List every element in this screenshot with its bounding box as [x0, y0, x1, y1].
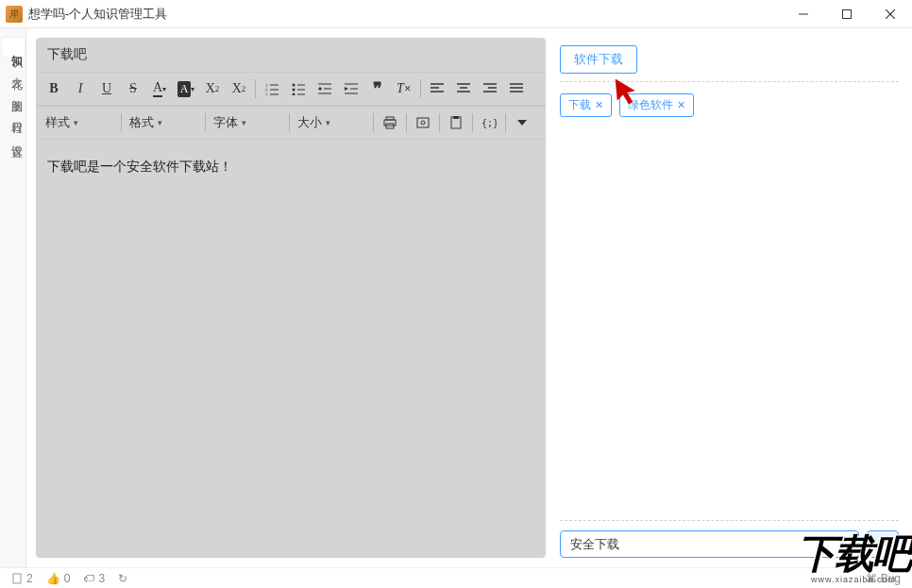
tag-remove-icon[interactable]: ✕ [595, 99, 603, 111]
tag-label: 下载 [568, 97, 591, 113]
align-left-button[interactable] [425, 76, 449, 101]
svg-point-41 [421, 121, 425, 125]
ordered-list-button[interactable]: 123 [260, 76, 284, 101]
size-select[interactable]: 大小 [294, 110, 369, 135]
tag-item[interactable]: 下载 ✕ [560, 93, 612, 117]
print-button[interactable] [378, 110, 402, 135]
separator [121, 113, 122, 132]
separator [205, 113, 206, 132]
sidebar-item-schedule[interactable]: 日程 [2, 106, 25, 125]
superscript-button[interactable]: X2 [227, 76, 251, 101]
title-bar: 岸 想学吗-个人知识管理工具 [0, 0, 912, 28]
tag-remove-icon[interactable]: ✕ [677, 99, 685, 111]
status-refresh[interactable]: ↻ [118, 572, 127, 585]
status-bug-label: Bug [881, 572, 901, 585]
app-icon: 岸 [6, 6, 23, 23]
code-button[interactable]: {;} [477, 110, 501, 135]
svg-point-12 [293, 89, 296, 92]
status-bar: 2 👍 0 🏷 3 ↻ ⌘ Bug [0, 567, 912, 588]
svg-rect-43 [453, 116, 459, 119]
tag-icon: 🏷 [83, 572, 94, 585]
svg-marker-18 [318, 89, 322, 91]
separator [373, 113, 374, 132]
blockquote-button[interactable]: ❞ [365, 76, 390, 101]
align-right-button[interactable] [478, 76, 502, 101]
document-title-input[interactable] [36, 38, 546, 72]
sidebar-item-knowledge[interactable]: 知识 [2, 38, 25, 57]
separator [472, 113, 473, 132]
minimize-button[interactable] [782, 0, 825, 28]
format-select[interactable]: 格式 [126, 110, 201, 135]
clear-format-button[interactable]: T✕ [392, 76, 416, 101]
align-justify-button[interactable] [504, 76, 529, 101]
svg-rect-1 [843, 9, 852, 18]
maximize-button[interactable] [825, 0, 869, 28]
subscript-button[interactable]: X2 [200, 76, 225, 101]
separator [255, 79, 256, 98]
status-bug[interactable]: ⌘ Bug [866, 572, 901, 585]
svg-marker-22 [345, 87, 348, 91]
sidebar-item-spark[interactable]: 火花 [2, 60, 25, 79]
separator [289, 113, 290, 132]
separator [439, 113, 440, 132]
editor-toolbar-row1: B I U S A ▾ A ▾ X2 X2 123 ❞ T✕ [36, 72, 546, 106]
thumbs-up-icon: 👍 [46, 572, 60, 585]
tag-input[interactable] [560, 530, 859, 558]
source-button[interactable] [411, 110, 435, 135]
tag-item[interactable]: 绿色软件 ✕ [619, 93, 694, 117]
sidebar-item-settings[interactable]: 设置 [2, 128, 25, 147]
editor-body[interactable]: 下载吧是一个安全软件下载站！ [36, 140, 546, 558]
editor-toolbar-row2: 样式 格式 字体 大小 {;} [36, 106, 546, 140]
status-favorites-count: 0 [64, 572, 71, 585]
sidebar: 知识 火花 脑图 日程 设置 [0, 28, 26, 567]
status-docs-count: 2 [26, 572, 33, 585]
svg-point-14 [293, 93, 296, 96]
right-panel: 软件下载 下载 ✕ 绿色软件 ✕ + [546, 28, 912, 567]
tag-input-row: + [560, 520, 899, 558]
more-button[interactable] [510, 110, 534, 135]
app-title: 想学吗-个人知识管理工具 [28, 6, 782, 23]
outdent-button[interactable] [312, 76, 337, 101]
document-icon [11, 573, 23, 584]
font-color-button[interactable]: A ▾ [147, 76, 172, 101]
unordered-list-button[interactable] [286, 76, 311, 101]
background-color-button[interactable]: A ▾ [174, 76, 198, 101]
tag-row: 下载 ✕ 绿色软件 ✕ [560, 81, 899, 117]
sidebar-item-mindmap[interactable]: 脑图 [2, 83, 25, 102]
svg-marker-45 [517, 120, 527, 126]
tag-label: 绿色软件 [628, 97, 673, 113]
separator [505, 113, 506, 132]
status-tags-count: 3 [98, 572, 105, 585]
svg-text:{;}: {;} [481, 118, 497, 128]
underline-button[interactable]: U [94, 76, 119, 101]
bold-button[interactable]: B [42, 76, 66, 101]
strikethrough-button[interactable]: S [121, 76, 145, 101]
font-select[interactable]: 字体 [210, 110, 285, 135]
paste-button[interactable] [444, 110, 468, 135]
svg-marker-17 [318, 87, 322, 89]
svg-text:3: 3 [265, 92, 268, 95]
category-button[interactable]: 软件下载 [560, 45, 637, 74]
indent-button[interactable] [339, 76, 363, 101]
add-tag-button[interactable]: + [867, 530, 899, 558]
align-center-button[interactable] [451, 76, 476, 101]
separator [420, 79, 421, 98]
svg-point-10 [293, 84, 296, 87]
italic-button[interactable]: I [68, 76, 93, 101]
style-select[interactable]: 样式 [42, 110, 117, 135]
window-controls [782, 0, 912, 28]
editor-column: B I U S A ▾ A ▾ X2 X2 123 ❞ T✕ [26, 28, 546, 567]
svg-rect-40 [417, 118, 429, 127]
bug-icon: ⌘ [866, 572, 877, 585]
status-tags[interactable]: 🏷 3 [83, 572, 105, 585]
svg-rect-46 [13, 574, 21, 583]
refresh-icon: ↻ [118, 572, 127, 585]
status-favorites[interactable]: 👍 0 [46, 572, 71, 585]
separator [406, 113, 407, 132]
close-button[interactable] [869, 0, 912, 28]
status-docs[interactable]: 2 [11, 572, 33, 585]
